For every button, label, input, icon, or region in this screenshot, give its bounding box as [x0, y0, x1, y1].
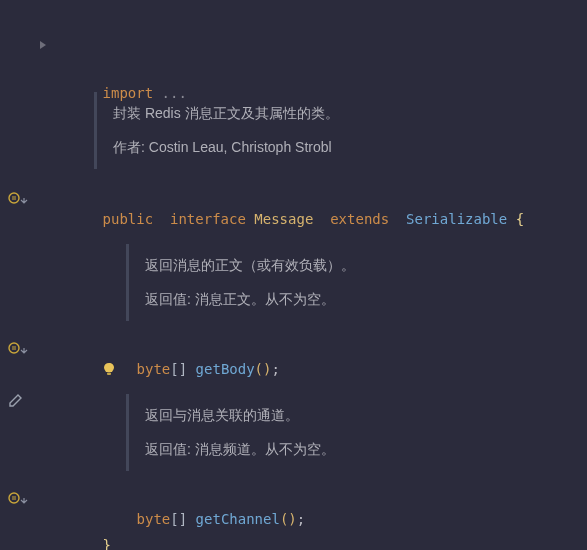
type-name: Message [254, 211, 313, 227]
lightbulb-icon[interactable] [102, 362, 116, 376]
svg-point-1 [9, 343, 19, 353]
javadoc-returns: 返回值: 消息频道。从不为空。 [145, 440, 553, 460]
svg-point-2 [9, 493, 19, 503]
supertype: Serializable [406, 211, 507, 227]
svg-rect-3 [107, 373, 111, 376]
method-declaration[interactable]: byte[] getBody(); [86, 336, 587, 358]
javadoc-returns: 返回值: 消息正文。从不为空。 [145, 290, 553, 310]
method-name: getBody [196, 361, 255, 377]
method-declaration[interactable]: byte[] getChannel(); [86, 486, 587, 508]
gutter [0, 0, 42, 550]
code-editor[interactable]: import ... 封装 Redis 消息正文及其属性的类。 作者: Cost… [0, 0, 587, 550]
closing-brace[interactable]: } [52, 512, 587, 534]
javadoc-summary: 封装 Redis 消息正文及其属性的类。 [113, 104, 553, 124]
method-javadoc: 返回与消息关联的通道。 返回值: 消息频道。从不为空。 [126, 394, 567, 471]
gutter-hint-icon[interactable] [8, 340, 34, 356]
chevron-right-icon[interactable] [40, 41, 46, 49]
javadoc-summary: 返回消息的正文（或有效负载）。 [145, 256, 553, 276]
class-javadoc: 封装 Redis 消息正文及其属性的类。 作者: Costin Leau, Ch… [94, 92, 567, 169]
javadoc-author: 作者: Costin Leau, Christoph Strobl [113, 138, 553, 158]
code-area[interactable]: import ... 封装 Redis 消息正文及其属性的类。 作者: Cost… [42, 0, 587, 550]
import-fold-line[interactable]: import ... [52, 38, 587, 60]
pencil-icon[interactable] [8, 392, 26, 410]
svg-point-0 [9, 193, 19, 203]
javadoc-summary: 返回与消息关联的通道。 [145, 406, 553, 426]
gutter-hint-icon[interactable] [8, 190, 34, 206]
method-javadoc: 返回消息的正文（或有效负载）。 返回值: 消息正文。从不为空。 [126, 244, 567, 321]
gutter-hint-icon[interactable] [8, 490, 34, 506]
class-declaration[interactable]: public interface Message extends Seriali… [52, 186, 587, 208]
